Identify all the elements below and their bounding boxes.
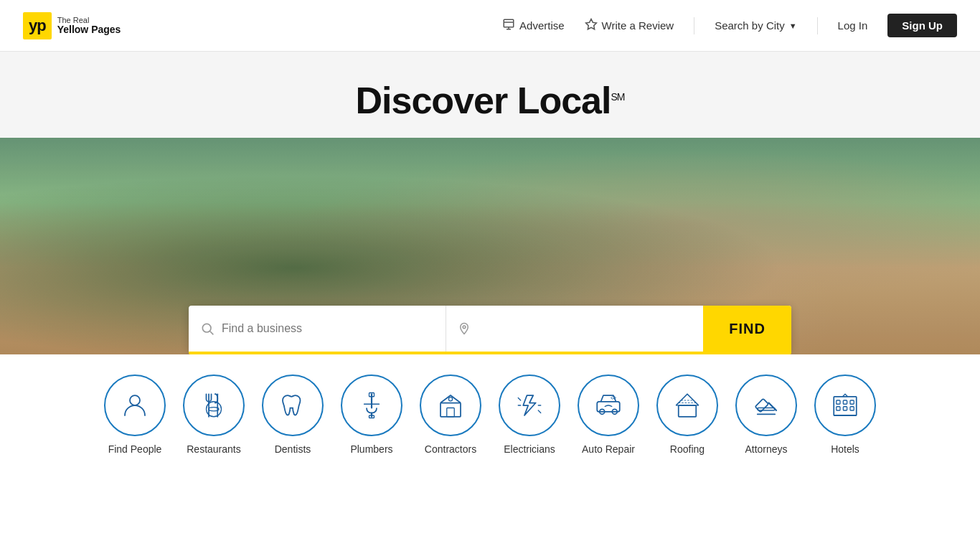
category-roofing[interactable]: Roofing — [651, 375, 723, 455]
electricians-label: Electricians — [504, 443, 555, 455]
category-dentists[interactable]: Dentists — [257, 375, 329, 455]
svg-rect-26 — [679, 405, 697, 417]
location-icon — [458, 322, 471, 335]
nav-divider-1 — [694, 17, 694, 34]
search-by-city-button[interactable]: Search by City ▼ — [715, 19, 796, 32]
auto-repair-label: Auto Repair — [582, 443, 635, 455]
search-business-input[interactable] — [222, 322, 434, 335]
categories-section: Find People Restaurants Dentists — [0, 354, 980, 469]
star-icon — [585, 18, 598, 34]
search-business-field — [189, 306, 446, 352]
hero-section: Discover LocalSM San — [0, 52, 980, 354]
svg-point-18 — [448, 397, 452, 401]
svg-line-19 — [518, 398, 521, 401]
restaurants-icon-circle — [183, 375, 245, 436]
svg-line-32 — [769, 403, 777, 411]
chevron-down-icon: ▼ — [789, 22, 797, 30]
search-location-field: San Francisco, CA — [446, 306, 703, 352]
logo[interactable]: yp The Real Yellow Pages — [23, 12, 121, 39]
hotels-label: Hotels — [831, 443, 859, 455]
roofing-icon — [672, 390, 702, 420]
hero-trademark: SM — [611, 91, 624, 103]
hero-image: San Francisco, CA FIND — [0, 138, 980, 354]
category-find-people[interactable]: Find People — [99, 375, 171, 455]
category-restaurants[interactable]: Restaurants — [178, 375, 250, 455]
svg-rect-37 — [843, 400, 847, 404]
write-review-link[interactable]: Write a Review — [585, 18, 674, 34]
roofing-icon-circle — [656, 375, 718, 436]
hotels-icon-circle — [814, 375, 876, 436]
tooth-icon — [278, 390, 308, 420]
svg-rect-34 — [834, 397, 857, 415]
log-in-link[interactable]: Log In — [838, 19, 868, 32]
svg-point-5 — [130, 395, 140, 405]
plumbers-icon-circle — [341, 375, 402, 436]
plumbers-label: Plumbers — [350, 443, 392, 455]
electricians-icon-circle — [499, 375, 560, 436]
advertise-icon — [502, 18, 515, 34]
svg-rect-36 — [837, 400, 840, 404]
search-location-input[interactable]: San Francisco, CA — [478, 322, 692, 335]
person-icon — [120, 390, 150, 420]
roofing-label: Roofing — [670, 443, 705, 455]
restaurant-icon — [199, 390, 229, 420]
logo-box: yp — [23, 12, 52, 39]
find-people-icon-circle — [104, 375, 166, 436]
search-bar: San Francisco, CA FIND — [189, 306, 791, 352]
svg-rect-16 — [440, 403, 461, 417]
electrician-icon — [514, 390, 545, 420]
attorneys-label: Attorneys — [745, 443, 787, 455]
hotel-icon — [830, 390, 860, 420]
advertise-link[interactable]: Advertise — [502, 18, 565, 34]
find-people-label: Find People — [108, 443, 162, 455]
search-yellow-underline — [189, 352, 791, 354]
logo-text-area: The Real Yellow Pages — [57, 16, 121, 35]
svg-rect-39 — [837, 407, 840, 410]
svg-rect-38 — [850, 400, 854, 404]
restaurants-label: Restaurants — [187, 443, 240, 455]
category-contractors[interactable]: Contractors — [415, 375, 486, 455]
svg-line-22 — [538, 410, 541, 413]
nav-divider-2 — [817, 17, 818, 34]
svg-rect-0 — [504, 19, 514, 27]
header: yp The Real Yellow Pages Advertise Write — [0, 0, 980, 52]
dentists-icon-circle — [262, 375, 324, 436]
category-electricians[interactable]: Electricians — [494, 375, 565, 455]
svg-marker-1 — [585, 19, 596, 29]
logo-yellow-pages: Yellow Pages — [57, 24, 121, 35]
attorneys-icon-circle — [735, 375, 797, 436]
contractors-icon-circle — [420, 375, 481, 436]
svg-rect-41 — [850, 407, 854, 410]
svg-rect-17 — [447, 408, 455, 417]
svg-rect-40 — [843, 407, 847, 410]
contractor-icon — [435, 390, 466, 420]
svg-line-3 — [210, 331, 214, 335]
header-nav: Advertise Write a Review Search by City … — [502, 14, 957, 37]
attorney-icon — [751, 390, 781, 420]
write-review-label: Write a Review — [602, 19, 674, 32]
search-icon — [200, 321, 215, 336]
contractors-label: Contractors — [425, 443, 476, 455]
logo-yp-text: yp — [29, 17, 46, 35]
find-button[interactable]: FIND — [703, 306, 791, 352]
svg-point-2 — [202, 324, 211, 332]
auto-icon — [593, 390, 623, 420]
plumbing-icon — [357, 390, 387, 420]
auto-repair-icon-circle — [578, 375, 639, 436]
sign-up-button[interactable]: Sign Up — [887, 14, 957, 37]
category-plumbers[interactable]: Plumbers — [336, 375, 407, 455]
advertise-label: Advertise — [519, 19, 565, 32]
search-by-city-label: Search by City — [715, 19, 785, 32]
dentists-label: Dentists — [275, 443, 311, 455]
svg-rect-30 — [758, 408, 776, 411]
category-auto-repair[interactable]: Auto Repair — [573, 375, 644, 455]
category-hotels[interactable]: Hotels — [809, 375, 881, 455]
category-attorneys[interactable]: Attorneys — [730, 375, 802, 455]
search-bar-wrapper: San Francisco, CA FIND — [189, 306, 791, 354]
hero-title: Discover LocalSM — [0, 52, 980, 138]
svg-point-4 — [463, 326, 466, 329]
